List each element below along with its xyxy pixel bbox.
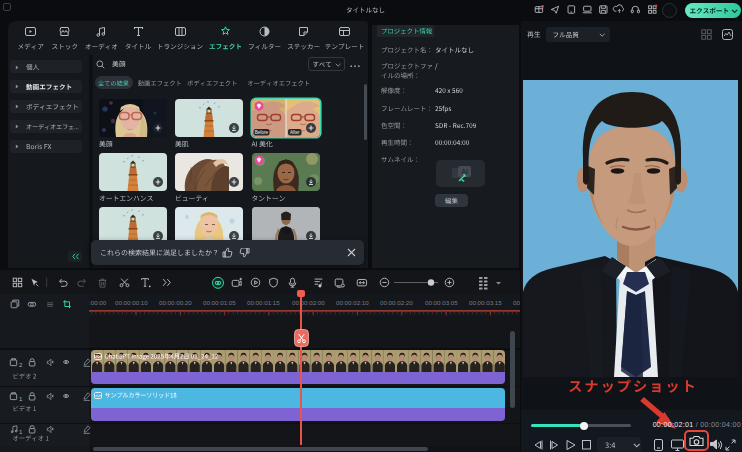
- svg-text:After: After: [289, 130, 299, 135]
- svg-text:Before: Before: [254, 130, 268, 135]
- svg-text:AI: AI: [461, 168, 468, 175]
